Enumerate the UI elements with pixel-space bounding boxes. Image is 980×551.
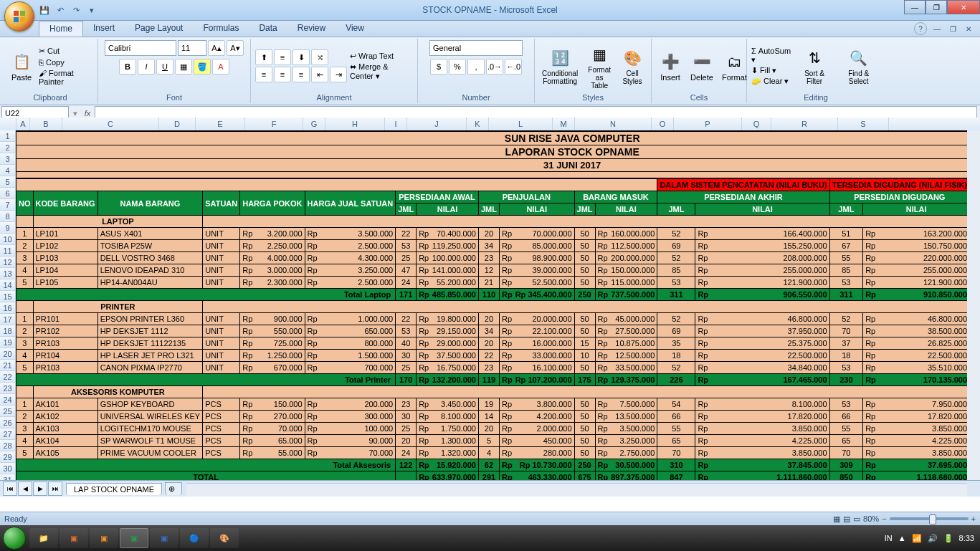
row-header[interactable]: 10 [0, 234, 16, 245]
sheet-tab[interactable]: LAP STOCK OPNAME [66, 483, 162, 495]
taskbar-chrome-icon[interactable]: 🔵 [180, 528, 209, 548]
align-right-button[interactable]: ≡ [292, 67, 310, 82]
format-cells-button[interactable]: 🗂Format [719, 49, 750, 83]
align-left-button[interactable]: ≡ [255, 67, 272, 82]
row-header[interactable]: 1 [0, 130, 16, 142]
restore-window-icon[interactable]: ❐ [947, 23, 958, 34]
office-button[interactable] [4, 1, 34, 32]
col-header[interactable]: G [303, 118, 325, 130]
row-header[interactable]: 6 [0, 188, 16, 199]
row-header[interactable]: 25 [0, 406, 16, 417]
minimize-ribbon-icon[interactable]: — [931, 23, 943, 34]
row-header[interactable]: 11 [0, 245, 16, 257]
vertical-scrollbar[interactable] [966, 130, 980, 484]
cell-styles-button[interactable]: 🎨Cell Styles [618, 45, 647, 87]
tab-insert[interactable]: Insert [83, 21, 125, 37]
taskbar-media-icon[interactable]: ▣ [90, 528, 118, 548]
col-header[interactable]: E [196, 118, 245, 130]
tab-data[interactable]: Data [249, 21, 287, 37]
col-header[interactable]: P [674, 118, 742, 130]
zoom-percent[interactable]: 80% [863, 514, 879, 523]
delete-cells-button[interactable]: ➖Delete [688, 49, 716, 83]
tab-nav-last[interactable]: ⏭ [48, 481, 62, 496]
fx-icon[interactable]: fx [80, 109, 95, 118]
row-header[interactable]: 18 [0, 325, 16, 337]
row-header[interactable]: 20 [0, 348, 16, 360]
tab-nav-prev[interactable]: ◀ [18, 481, 32, 496]
zoom-slider[interactable] [890, 517, 969, 520]
row-header[interactable]: 2 [0, 142, 16, 153]
comma-button[interactable]: , [467, 59, 485, 75]
col-header[interactable]: M [553, 118, 575, 130]
row-header[interactable]: 13 [0, 268, 16, 279]
col-header[interactable]: Q [742, 118, 771, 130]
col-header[interactable]: N [575, 118, 652, 130]
shrink-font-button[interactable]: A▾ [227, 40, 244, 56]
align-middle-button[interactable]: ≡ [274, 49, 291, 65]
col-header[interactable]: B [30, 118, 62, 130]
cut-button[interactable]: ✂ Cut [39, 47, 93, 56]
row-headers[interactable]: 1234567891011121314151617181920212223242… [0, 130, 16, 497]
row-header[interactable]: 3 [0, 153, 16, 165]
row-header[interactable]: 9 [0, 222, 16, 234]
font-size-combo[interactable]: 11 [178, 40, 206, 56]
font-color-button[interactable]: A [212, 59, 229, 75]
view-layout-icon[interactable]: ▤ [843, 514, 850, 524]
taskbar-excel-icon[interactable]: ▣ [120, 528, 148, 548]
decrease-indent-button[interactable]: ⇤ [311, 67, 328, 82]
tab-home[interactable]: Home [39, 21, 83, 37]
tray-volume-icon[interactable]: 🔊 [928, 534, 938, 543]
row-header[interactable]: 30 [0, 463, 16, 474]
row-header[interactable]: 24 [0, 394, 16, 406]
row-header[interactable]: 12 [0, 257, 16, 268]
maximize-button[interactable]: ❐ [926, 0, 947, 14]
row-header[interactable]: 17 [0, 314, 16, 325]
tab-review[interactable]: Review [287, 21, 336, 37]
tray-flag-icon[interactable]: ▲ [898, 534, 906, 542]
align-top-button[interactable]: ⬆ [255, 49, 272, 65]
format-painter-button[interactable]: 🖌 Format Painter [39, 69, 93, 86]
row-header[interactable]: 5 [0, 176, 16, 188]
col-header[interactable]: O [652, 118, 674, 130]
new-sheet-button[interactable]: ⊕ [165, 482, 182, 495]
zoom-out-icon[interactable]: − [882, 514, 886, 523]
col-header[interactable]: L [489, 118, 553, 130]
tab-page-layout[interactable]: Page Layout [125, 21, 193, 37]
undo-icon[interactable]: ↶ [54, 4, 66, 16]
italic-button[interactable]: I [138, 59, 155, 75]
column-headers[interactable]: ABCDEFGHIJKLMNOPQRS [0, 118, 980, 131]
row-header[interactable]: 4 [0, 165, 16, 176]
underline-button[interactable]: U [156, 59, 173, 75]
clear-button[interactable]: 🧽 Clear ▾ [751, 77, 792, 86]
increase-indent-button[interactable]: ⇥ [330, 67, 347, 82]
percent-button[interactable]: % [449, 59, 466, 75]
autosum-button[interactable]: Σ AutoSum ▾ [751, 47, 792, 64]
horizontal-scrollbar[interactable] [186, 483, 967, 497]
row-header[interactable]: 7 [0, 199, 16, 211]
tab-view[interactable]: View [336, 21, 374, 37]
insert-cells-button[interactable]: ➕Insert [656, 49, 685, 83]
qat-more-icon[interactable]: ▾ [86, 4, 97, 16]
col-header[interactable]: R [771, 118, 838, 130]
row-header[interactable]: 8 [0, 211, 16, 222]
row-header[interactable]: 23 [0, 383, 16, 394]
spreadsheet-grid[interactable]: SUN RISE JAVA COMPUTERLAPORAN STOCK OPNA… [16, 130, 967, 484]
row-header[interactable]: 21 [0, 360, 16, 371]
merge-center-button[interactable]: ⬌ Merge & Center ▾ [350, 62, 413, 81]
tray-lang[interactable]: IN [885, 534, 893, 542]
row-header[interactable]: 28 [0, 440, 16, 451]
minimize-button[interactable]: — [904, 0, 926, 14]
fill-color-button[interactable]: 🪣 [194, 59, 211, 75]
font-name-combo[interactable]: Calibri [105, 40, 176, 56]
col-header[interactable]: I [385, 118, 407, 130]
redo-icon[interactable]: ↷ [70, 4, 82, 16]
tab-formulas[interactable]: Formulas [193, 21, 249, 37]
zoom-in-icon[interactable]: + [971, 514, 976, 523]
col-header[interactable]: H [325, 118, 385, 130]
increase-decimal-button[interactable]: .0→ [486, 59, 503, 75]
conditional-formatting-button[interactable]: 🔢Conditional Formatting [539, 45, 581, 87]
align-bottom-button[interactable]: ⬇ [292, 49, 310, 65]
tray-network-icon[interactable]: 📶 [912, 534, 922, 543]
paste-button[interactable]: 📋 Paste [7, 49, 36, 83]
start-button[interactable] [0, 526, 29, 550]
